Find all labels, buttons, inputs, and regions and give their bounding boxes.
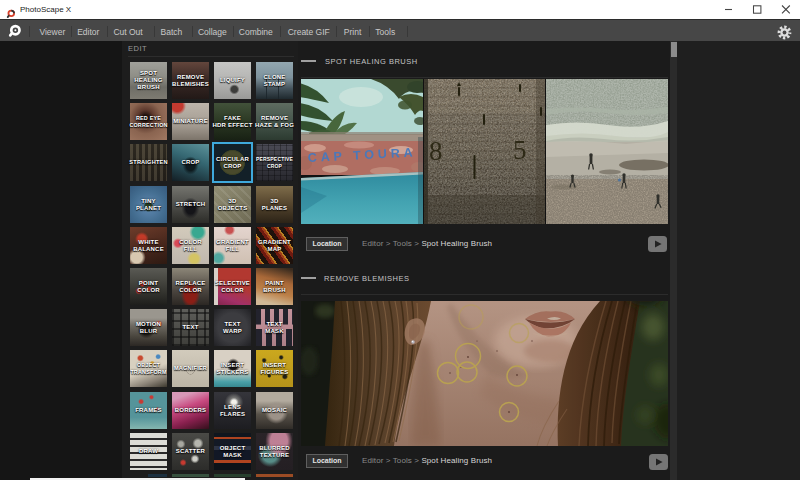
- svg-text:8: 8: [429, 136, 443, 166]
- svg-text:5: 5: [513, 135, 527, 165]
